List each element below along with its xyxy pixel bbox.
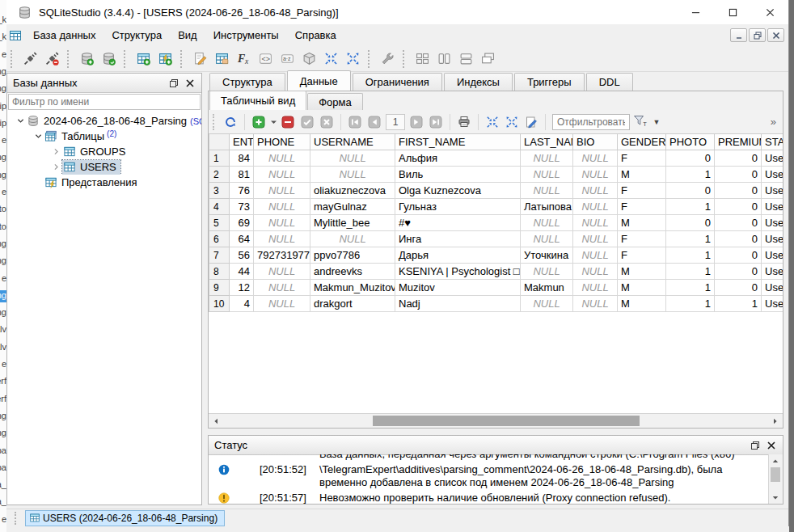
cell[interactable]: Makmun (521, 280, 573, 296)
cell[interactable]: NULL (254, 183, 310, 199)
code-formatter-button[interactable]: <> (255, 49, 277, 70)
cell[interactable]: NULL (521, 231, 573, 247)
child-restore-button[interactable] (749, 28, 766, 42)
cell[interactable]: M (618, 280, 666, 296)
functions-editor-button[interactable]: Fx (233, 49, 255, 70)
cell[interactable]: 0 (715, 280, 762, 296)
child-close-button[interactable] (767, 28, 784, 42)
cell[interactable]: NULL (254, 296, 310, 312)
scrollbar-thumb[interactable] (373, 416, 640, 426)
maximize-button[interactable] (714, 0, 751, 24)
cell[interactable]: NULL (573, 150, 618, 167)
row-number[interactable]: 8 (209, 264, 230, 280)
cell[interactable]: Muzitov (395, 280, 521, 296)
cell[interactable]: 1 (666, 231, 715, 247)
cell[interactable]: 4 (230, 296, 254, 312)
cell[interactable]: UserSt (762, 231, 783, 247)
toolbar-overflow-chevron[interactable]: » (771, 116, 776, 128)
cell[interactable]: 1 (666, 199, 715, 215)
cell[interactable]: M (618, 215, 666, 231)
cell[interactable]: 64 (230, 231, 254, 247)
toolbar-handle[interactable] (213, 114, 218, 130)
float-panel-button[interactable] (747, 437, 763, 453)
cell[interactable]: Дарья (395, 247, 521, 264)
cell[interactable]: NULL (573, 296, 618, 312)
tab-indexes[interactable]: Индексы (444, 73, 513, 91)
tab-ddl[interactable]: DDL (586, 73, 633, 91)
chevron-right-icon[interactable] (49, 163, 62, 171)
cell[interactable]: F (618, 247, 666, 264)
tree-item-table[interactable]: GROUPS (7, 144, 201, 159)
cell[interactable]: 76 (230, 183, 254, 199)
menu-item-view[interactable]: Вид (170, 26, 205, 44)
cell[interactable]: F (618, 150, 666, 167)
cell[interactable]: UserSt (762, 296, 783, 312)
commit-button[interactable] (298, 112, 317, 132)
cell[interactable]: 0 (715, 150, 762, 167)
column-header[interactable]: PREMIUM (715, 134, 762, 150)
cell[interactable]: NULL (573, 215, 618, 231)
mdi-cascade-button[interactable] (477, 49, 499, 70)
menu-item-help[interactable]: Справка (287, 26, 344, 44)
float-panel-button[interactable] (166, 75, 182, 91)
cell[interactable]: UserSt (762, 215, 783, 231)
refresh-schemas-button[interactable] (98, 49, 120, 70)
refresh-grid-button[interactable] (221, 112, 240, 132)
cell[interactable]: M (618, 296, 666, 312)
cell[interactable]: 0 (715, 231, 762, 247)
cell[interactable]: NULL (521, 296, 573, 312)
cell[interactable]: 56 (230, 247, 254, 264)
cell[interactable]: NULL (573, 264, 618, 280)
tab-constraints[interactable]: Ограничения (353, 73, 442, 91)
cell[interactable]: 0 (666, 215, 715, 231)
cell[interactable]: ppvo7786 (310, 247, 395, 264)
cell[interactable]: F (618, 199, 666, 215)
prev-row-button[interactable] (365, 112, 384, 132)
shrink-results-button[interactable] (320, 49, 342, 70)
tree-item-views[interactable]: Представления (7, 175, 201, 190)
scroll-up-arrow[interactable] (769, 454, 782, 467)
chevron-right-icon[interactable] (49, 148, 62, 155)
cell[interactable]: NULL (521, 215, 573, 231)
cell[interactable]: UserSt (762, 264, 783, 280)
mdi-split-horizontal-button[interactable] (455, 49, 477, 70)
cell[interactable]: M (618, 264, 666, 280)
expand-results-button[interactable] (342, 49, 364, 70)
cell[interactable]: 0 (666, 183, 715, 199)
cell[interactable]: KSENIYA | Psychologist □♡ (395, 264, 521, 280)
tab-triggers[interactable]: Триггеры (514, 73, 585, 91)
cell[interactable]: andreevks (310, 264, 395, 280)
cell[interactable]: F (618, 183, 666, 199)
cell[interactable]: 0 (715, 183, 762, 199)
populate-table-button[interactable] (211, 49, 233, 70)
rollback-button[interactable] (317, 112, 336, 132)
cell[interactable]: oliakuzneczova (310, 183, 395, 199)
column-header[interactable]: ENT_ (230, 134, 254, 150)
column-header[interactable]: PHONE (254, 134, 310, 150)
subtab-form-view[interactable]: Форма (307, 93, 363, 110)
scroll-left-arrow[interactable] (209, 415, 222, 427)
cell[interactable]: Olga Kuznezcova (395, 183, 521, 199)
cell[interactable]: NULL (254, 167, 310, 183)
erase-cell-button[interactable] (522, 112, 541, 132)
cell[interactable]: NULL (254, 199, 310, 215)
column-header[interactable]: PHOTO (666, 134, 715, 150)
cell[interactable]: UserSt (762, 247, 783, 264)
mdi-tile-button[interactable] (412, 49, 433, 70)
cell[interactable]: 0 (715, 215, 762, 231)
menu-item-database[interactable]: База данных (25, 26, 103, 44)
shrink-cells-button[interactable] (483, 112, 502, 132)
chevron-down-icon[interactable] (14, 117, 27, 125)
cell[interactable]: 81 (230, 167, 254, 183)
cell[interactable]: NULL (521, 150, 573, 167)
cell[interactable]: NULL (310, 150, 395, 167)
cell[interactable]: Mylittle_bee (310, 215, 395, 231)
tree-filter-input[interactable] (8, 94, 201, 110)
cell[interactable]: Makmun_Muzitov (310, 280, 395, 296)
cell[interactable]: 73 (230, 199, 254, 215)
add-database-button[interactable] (76, 49, 98, 70)
cell[interactable]: NULL (254, 150, 310, 167)
cell[interactable]: 0 (666, 150, 715, 167)
toolbar-handle[interactable] (11, 50, 16, 68)
cell[interactable]: M (618, 167, 666, 183)
